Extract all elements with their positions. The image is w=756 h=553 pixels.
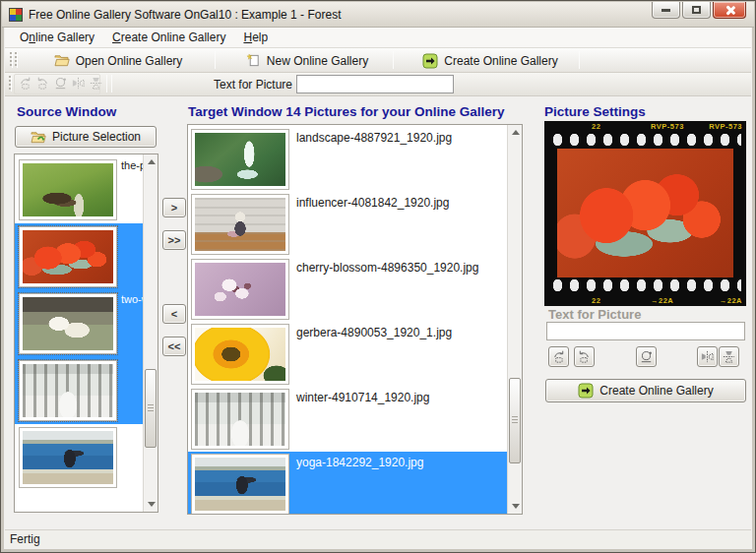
arrow-up-icon xyxy=(148,159,156,164)
thumbnail-frame xyxy=(191,324,289,385)
move-all-right-button[interactable]: >> xyxy=(162,230,186,250)
film-mark: 22 xyxy=(592,122,600,131)
thumbnail-image xyxy=(195,263,285,316)
window-controls xyxy=(652,2,746,19)
rotate-right-button[interactable] xyxy=(35,76,50,93)
scroll-up-button[interactable] xyxy=(144,154,158,169)
rotate-left-button[interactable] xyxy=(18,76,32,93)
source-scrollbar[interactable] xyxy=(143,154,158,512)
text-for-picture-input[interactable] xyxy=(296,75,454,93)
maximize-button[interactable] xyxy=(682,2,711,19)
thumbnail-image xyxy=(195,328,285,381)
app-window: Free Online Gallery Software OnGal10 : E… xyxy=(0,0,756,553)
toolbar-grip[interactable] xyxy=(15,52,18,68)
menu-label-part: line Gallery xyxy=(35,31,94,44)
picture-selection-label: Picture Selection xyxy=(52,130,141,144)
menu-label-part: reate Online Gallery xyxy=(121,31,226,44)
toolbar-grip[interactable] xyxy=(10,52,13,68)
menu-label-part: elp xyxy=(252,31,268,44)
arrow-up-icon xyxy=(512,130,520,135)
settings-text-for-picture-input[interactable] xyxy=(546,322,745,340)
rotate-180-button[interactable] xyxy=(636,346,657,367)
rotate-180-button[interactable] xyxy=(53,76,68,93)
target-item-filename: gerbera-4890053_1920_1.jpg xyxy=(296,326,452,339)
status-text: Fertig xyxy=(10,532,40,546)
target-list-item[interactable]: winter-4910714_1920.jpg xyxy=(188,387,509,452)
source-list-item[interactable] xyxy=(15,424,145,491)
thumbnail-frame xyxy=(191,454,289,515)
target-item-filename: cherry-blossom-4896350_1920.jpg xyxy=(296,261,478,275)
flip-horizontal-button[interactable] xyxy=(697,346,718,367)
source-list-item[interactable] xyxy=(15,357,145,424)
scrollbar-thumb[interactable] xyxy=(509,378,521,463)
scrollbar-thumb[interactable] xyxy=(145,369,157,448)
thumbnail-image xyxy=(195,133,285,186)
thumbnail-image xyxy=(195,458,285,511)
menu-create-online-gallery[interactable]: Create Online Gallery xyxy=(103,29,234,46)
target-list-item[interactable]: influencer-4081842_1920.jpg xyxy=(188,192,509,257)
settings-text-for-picture-label: Text for Picture xyxy=(548,307,641,322)
thumbnail-image xyxy=(23,431,113,484)
film-sprocket-holes xyxy=(549,133,741,147)
thumbnail-image xyxy=(195,198,285,251)
create-online-gallery-toolbar-button[interactable]: Create Online Gallery xyxy=(408,50,573,71)
toolbar-grip[interactable] xyxy=(9,76,12,92)
preview-image xyxy=(557,149,733,277)
source-item-label: the-pa xyxy=(121,159,145,171)
source-picture-list[interactable]: the-pa two-w xyxy=(14,154,158,513)
target-item-filename: winter-4910714_1920.jpg xyxy=(296,391,429,404)
source-list-item[interactable] xyxy=(15,223,145,290)
target-list-item[interactable]: cherry-blossom-4896350_1920.jpg xyxy=(188,257,509,322)
new-online-gallery-label: New Online Gallery xyxy=(267,54,368,68)
film-mark: RVP-573 xyxy=(709,122,742,131)
move-all-left-button[interactable]: << xyxy=(162,337,186,356)
scroll-down-button[interactable] xyxy=(508,499,523,514)
film-mark: →22A xyxy=(651,296,673,305)
scroll-down-button[interactable] xyxy=(144,497,158,512)
thumbnail-frame xyxy=(19,293,117,354)
move-selected-right-button[interactable]: > xyxy=(162,198,186,217)
target-item-filename: landscape-4887921_1920.jpg xyxy=(296,131,452,145)
film-mark: →22A xyxy=(720,296,742,305)
thumbnail-frame xyxy=(19,159,117,220)
window-title: Free Online Gallery Software OnGal10 : E… xyxy=(29,8,341,22)
title-bar: Free Online Gallery Software OnGal10 : E… xyxy=(2,2,754,28)
flip-vertical-button[interactable] xyxy=(89,76,103,93)
flip-vertical-button[interactable] xyxy=(719,346,739,367)
target-list-item[interactable]: landscape-4887921_1920.jpg xyxy=(188,127,509,192)
target-item-filename: yoga-1842292_1920.jpg xyxy=(296,456,423,469)
target-list-item[interactable]: gerbera-4890053_1920_1.jpg xyxy=(188,322,509,387)
new-online-gallery-button[interactable]: New Online Gallery xyxy=(229,50,385,71)
thumbnail-frame xyxy=(19,360,117,421)
film-mark: RVP-573 xyxy=(651,122,684,131)
scroll-up-button[interactable] xyxy=(508,125,523,140)
target-window-heading: Target Window 14 Pictures for your Onlin… xyxy=(188,104,504,119)
close-button[interactable] xyxy=(713,2,746,19)
flip-horizontal-button[interactable] xyxy=(71,76,86,93)
menu-online-gallery[interactable]: Online Gallery xyxy=(11,29,103,46)
thumbnail-image xyxy=(23,364,113,417)
menu-bar: Online Gallery Create Online Gallery Hel… xyxy=(5,28,751,48)
source-list-item[interactable]: two-w xyxy=(15,290,145,357)
picture-selection-button[interactable]: Picture Selection xyxy=(15,126,157,148)
menu-label-part: H xyxy=(243,31,252,44)
open-online-gallery-button[interactable]: Open Online Gallery xyxy=(27,50,210,71)
target-picture-list[interactable]: landscape-4887921_1920.jpg influencer-40… xyxy=(187,124,523,515)
create-online-gallery-button[interactable]: Create Online Gallery xyxy=(545,379,746,402)
picture-settings-heading: Picture Settings xyxy=(544,104,646,119)
new-document-icon xyxy=(246,53,261,68)
minimize-button[interactable] xyxy=(652,2,680,19)
green-arrow-icon xyxy=(578,383,594,399)
rotate-right-button[interactable] xyxy=(574,346,595,367)
film-sprocket-holes xyxy=(549,278,741,292)
menu-help[interactable]: Help xyxy=(234,29,277,46)
create-online-gallery-label: Create Online Gallery xyxy=(599,384,713,398)
move-selected-left-button[interactable]: < xyxy=(162,304,186,324)
target-list-item[interactable]: yoga-1842292_1920.jpg xyxy=(188,452,509,515)
thumbnail-frame xyxy=(19,226,117,287)
source-window-heading: Source Window xyxy=(17,104,116,119)
source-list-item[interactable]: the-pa xyxy=(15,156,145,223)
target-scrollbar[interactable] xyxy=(507,125,522,514)
arrow-down-icon xyxy=(512,504,520,509)
rotate-left-button[interactable] xyxy=(548,346,569,367)
